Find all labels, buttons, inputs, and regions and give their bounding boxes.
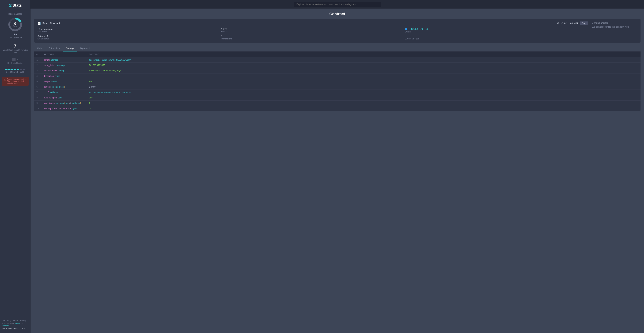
last-active-label: Last Active [38, 31, 217, 33]
health-bar-2 [8, 69, 10, 70]
logo: tzStats [0, 3, 30, 8]
page-title: Contract [34, 12, 640, 16]
until-cycle-label: Until Cycle End [8, 37, 22, 39]
storage-table-head: # Key/Type Content [34, 52, 640, 57]
tab-storage[interactable]: Storage [63, 45, 77, 52]
delegate-label: Current Delegate [405, 38, 584, 40]
meta-delegate: - Current Delegate [405, 35, 584, 40]
warning-text: Tezos indexer syncing. The data presente… [7, 78, 27, 84]
table-row: 10winning_ticket_number_hash: bytes00 [34, 106, 640, 111]
tab-calls[interactable]: Calls [34, 45, 45, 52]
balance-value: 1 XTZ [221, 28, 400, 30]
row-content: 00 [86, 106, 640, 111]
meta-creator: 🔷 tz1VSUr8..8Cjcjb Creator [405, 28, 584, 33]
table-row: 1admin: addresstz1cGftgD3FuBmBhcwY24RaMm… [34, 57, 640, 63]
contract-details-text: We don't recognize this contract type. [592, 26, 637, 28]
transactions-value: 1 [221, 35, 400, 38]
storage-tbody: 1admin: addresstz1cGftgD3FuBmBhcwY24RaMm… [34, 57, 640, 111]
storage-table-wrapper: # Key/Type Content 1admin: addresstz1cGf… [34, 52, 640, 111]
page-title-bar: Contract [30, 9, 644, 19]
footer-privacy-link[interactable]: Privacy [20, 319, 26, 321]
col-key-type: Key/Type [41, 52, 86, 57]
network-section: Tezos Sandbox 0 Cycle 0m Until Cycle End [0, 10, 30, 41]
cycle-donut: 0 Cycle [7, 17, 23, 32]
row-key: close_date: timestamp [41, 63, 86, 68]
storage-table: # Key/Type Content 1admin: addresstz1cGf… [34, 52, 640, 111]
health-bars [5, 69, 25, 70]
creator-link[interactable]: 🔷 tz1VSUr8..8Cjcjb [405, 28, 584, 31]
logo-area: tzStats [0, 0, 30, 10]
creation-date-value: Sat Apr 17 [38, 35, 217, 38]
contract-left: 📄 Smart Contract KT1HJ8VJ..8AU4AF Copy 1… [38, 22, 588, 40]
meta-creation-date: Sat Apr 17 Creation Date [38, 35, 217, 40]
election-row: – [12, 58, 18, 61]
footer-terms-link[interactable]: Terms [13, 319, 18, 321]
table-row: 6players: set { address }1 entry [34, 84, 640, 90]
sidebar: tzStats Tezos Sandbox 0 Cycle 0m Until C… [0, 0, 30, 333]
election-label: On-Chain Election [7, 62, 23, 64]
contract-address-row: KT1HJ8VJ..8AU4AF Copy [557, 22, 588, 25]
warning-box: ⚠ Tezos indexer syncing. The data presen… [2, 77, 28, 86]
table-row: 4description: string [34, 74, 640, 79]
smart-contract-icon: 📄 [38, 22, 41, 25]
warning-icon: ⚠ [4, 78, 6, 81]
made-by-prefix: Made by [2, 327, 10, 329]
row-num: 7 [34, 90, 41, 95]
contract-details-title: Contract Details [592, 22, 637, 24]
block-number: 7 [14, 44, 16, 49]
logo-tz: tz [8, 3, 12, 8]
contract-right: Contract Details We don't recognize this… [588, 22, 637, 40]
tabs-row: Calls Entrypoints Storage Bigmap 1 [34, 45, 640, 52]
row-content: 1618679185827 [86, 63, 640, 68]
network-label: Tezos Sandbox [8, 13, 22, 15]
cycle-value: 0 [13, 22, 17, 25]
search-input[interactable] [294, 2, 381, 7]
tab-bigmap1[interactable]: Bigmap 1 [77, 45, 93, 52]
transactions-label: Transactions [221, 38, 400, 40]
row-key: sold_tickets: big_map { nat => address } [41, 101, 86, 106]
row-num: 6 [34, 84, 41, 90]
row-key: raffle_is_open: bool [41, 95, 86, 101]
col-num: # [34, 52, 41, 57]
footer-made: Made by Blockwatch Data [2, 327, 28, 329]
health-label: Good Network Health [6, 71, 24, 73]
row-content: tz1VSUr8wwNhLAzempoch5d6hLRiTh8Cjcjb [86, 90, 640, 95]
discord-link[interactable]: Discord [2, 325, 9, 327]
row-content: 1 entry [86, 84, 640, 90]
health-bar-5 [17, 69, 19, 70]
footer-api-link[interactable]: API [2, 319, 6, 321]
row-num: 5 [34, 79, 41, 84]
table-row: 8raffle_is_open: booltrue [34, 95, 640, 101]
tab-entrypoints[interactable]: Entrypoints [45, 45, 63, 52]
last-active-value: 10 minutes ago [38, 28, 217, 30]
main-content: Contract 📄 Smart Contract KT1HJ8VJ..8AU4… [30, 0, 644, 333]
logo-stats: Stats [12, 3, 22, 8]
table-row: 5jackpot: mutez100 [34, 79, 640, 84]
health-bar-3 [11, 69, 14, 70]
row-num: 8 [34, 95, 41, 101]
creator-icon: 🔷 [405, 28, 408, 31]
row-num: 1 [34, 57, 41, 63]
footer-blog-link[interactable]: Blog [7, 319, 11, 321]
row-num: 10 [34, 106, 41, 111]
sidebar-footer: API Blog Terms Privacy Contact us on Twi… [0, 316, 30, 329]
made-by: Blockwatch Data [10, 327, 24, 329]
health-bar-1 [5, 69, 8, 70]
election-dash: – [17, 58, 18, 61]
table-row: 9sold_tickets: big_map { nat => address … [34, 101, 640, 106]
row-content: 100 [86, 79, 640, 84]
health-bar-4 [14, 69, 16, 70]
row-content: tz1cGftgD3FuBmBhcwY24RaMm5D2UXLr5LHW [86, 57, 640, 63]
creation-date-label: Creation Date [38, 38, 217, 40]
twitter-link[interactable]: Twitter [15, 322, 20, 325]
cycle-center: 0 Cycle [13, 22, 17, 27]
health-section: Good Network Health [0, 66, 30, 75]
row-content: true [86, 95, 640, 101]
row-num: 4 [34, 74, 41, 79]
footer-contact: Contact us on Twitter or Discord [2, 322, 28, 327]
row-key: 0: address [41, 90, 86, 95]
copy-button[interactable]: Copy [580, 22, 588, 25]
row-key: winning_ticket_number_hash: bytes [41, 106, 86, 111]
health-bar-6 [20, 69, 22, 70]
creator-value: tz1VSUr8..8Cjcjb [408, 28, 428, 30]
